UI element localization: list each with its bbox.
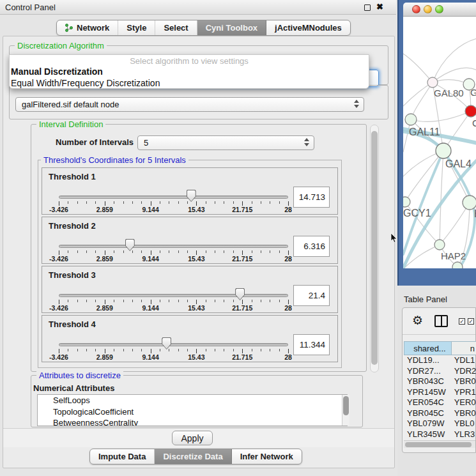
number-of-intervals-combo[interactable]: 5 (137, 135, 314, 150)
attributes-scrollbar[interactable] (342, 395, 349, 426)
popup-placeholder: Select algorithm to view settings (10, 55, 369, 66)
network-canvas[interactable]: GAL80GACGAL11GAL4GCY1HHAP2 (403, 17, 476, 268)
table-panel-title: Table Panel (404, 295, 447, 304)
apply-button[interactable]: Apply (172, 431, 213, 445)
control-panel-tabs: Network Style Select Cyni Toolbox jActiv… (56, 20, 351, 36)
float-window-icon[interactable] (364, 4, 371, 11)
thresholds-group: Threshold's Coordinates for 5 Intervals … (38, 160, 342, 368)
tab-cyni-toolbox[interactable]: Cyni Toolbox (197, 20, 266, 35)
threshold-value-field[interactable]: 11.344 (293, 334, 330, 355)
close-icon[interactable]: ✖ (376, 2, 383, 12)
table-row[interactable]: YDR27...YDR2 (404, 366, 476, 377)
threshold-panel: Threshold 4 -3.4262.8599.14415.4321.7152… (42, 315, 338, 362)
table-horizontal-scrollbar[interactable] (404, 440, 475, 448)
node-label: GAL11 (409, 127, 440, 137)
threshold-panel: Threshold 2 -3.4262.8599.14415.4321.7152… (42, 217, 338, 264)
interval-definition-group: Interval Definition Number of Intervals … (31, 124, 367, 372)
control-panel-titlebar: Control Panel ✖ (0, 0, 396, 15)
table-row[interactable]: YER054CYER0 (404, 397, 476, 408)
table-panel: Table Panel ⚙ ✓ ✓ shared... n YDL19...YD… (397, 288, 476, 476)
numerical-attributes-list[interactable]: SelfLoopsTopologicalCoefficientBetweenne… (37, 394, 348, 426)
cyni-mode-tabs: Impute Data Discretize Data Infer Networ… (89, 449, 302, 464)
network-edge (440, 151, 443, 245)
group-title: Attributes to discretize (36, 371, 123, 380)
number-of-intervals-label: Number of Intervals (56, 137, 134, 147)
node-table: ⚙ ✓ ✓ shared... n YDL19...YDL1YDR27...YD… (402, 307, 476, 453)
threshold-label: Threshold 4 (49, 319, 96, 329)
threshold-value-field[interactable]: 21.4 (293, 285, 330, 306)
scrollbar-thumb[interactable] (405, 442, 472, 447)
checkbox-icon[interactable]: ✓ (468, 318, 474, 325)
table-row[interactable]: YPR145WYPR1 (404, 387, 476, 398)
threshold-value-field[interactable]: 6.316 (293, 236, 330, 257)
tab-impute-data[interactable]: Impute Data (90, 449, 155, 464)
attribute-item[interactable]: TopologicalCoefficient (38, 406, 347, 418)
tab-jactivemnodules[interactable]: jActiveMNodules (266, 20, 350, 35)
table-body: YDL19...YDL1YDR27...YDR2YBR043CYBR0YPR14… (404, 355, 476, 437)
popup-item-manual-discretization[interactable]: Manual Discretization (10, 66, 369, 77)
numerical-attributes-label: Numerical Attributes (33, 383, 114, 393)
column-header-shared[interactable]: shared... (404, 341, 452, 355)
gear-icon[interactable]: ⚙ (412, 313, 423, 328)
thresholds-list: Threshold 1 -3.4262.8599.14415.4321.7152… (42, 167, 338, 364)
slider-thumb-icon[interactable] (162, 337, 171, 349)
network-edge (403, 82, 433, 106)
network-node[interactable] (405, 114, 417, 125)
table-row[interactable]: YDL19...YDL1 (404, 355, 476, 366)
tab-network[interactable]: Network (57, 20, 118, 35)
scrollbar-thumb[interactable] (371, 131, 378, 365)
network-node[interactable] (403, 197, 410, 207)
node-label: GAL4 (445, 158, 472, 169)
mac-minimize-icon[interactable] (424, 5, 432, 13)
threshold-label: Threshold 3 (49, 270, 96, 280)
network-node[interactable] (465, 105, 476, 117)
settings-vertical-scrollbar[interactable] (370, 125, 379, 372)
attribute-item[interactable]: BetweennessCentrality (38, 417, 347, 426)
slider-thumb-icon[interactable] (125, 239, 135, 251)
network-node[interactable] (452, 262, 463, 268)
network-view-window: GAL80GACGAL11GAL4GCY1HHAP2 (397, 0, 476, 286)
scrollbar-thumb[interactable] (343, 396, 349, 415)
network-node[interactable] (436, 143, 451, 158)
table-data-combo[interactable]: galFiltered.sif default node (15, 97, 364, 112)
tab-select[interactable]: Select (155, 20, 197, 35)
checkbox-icon[interactable]: ✓ (459, 318, 465, 325)
combo-arrows-icon (353, 100, 359, 108)
tab-style[interactable]: Style (118, 20, 155, 35)
popup-item-equal-width-frequency[interactable]: Equal Width/Frequency Discretization (10, 77, 369, 89)
slider-thumb-icon[interactable] (235, 288, 245, 300)
mac-zoom-icon[interactable] (435, 5, 443, 13)
network-node[interactable] (434, 240, 445, 250)
network-graph: GAL80GACGAL11GAL4GCY1HHAP2 (403, 17, 476, 268)
tab-discretize-data[interactable]: Discretize Data (155, 449, 231, 464)
table-row[interactable]: YBL079WYBL0 (404, 418, 476, 429)
threshold-panel: Threshold 1 -3.4262.8599.14415.4321.7152… (42, 167, 338, 215)
network-window-titlebar[interactable] (403, 3, 476, 17)
apply-strip: Apply (3, 428, 394, 447)
split-columns-icon[interactable] (434, 315, 448, 327)
network-node[interactable] (427, 77, 438, 88)
table-row[interactable]: YBR045CYBR0 (404, 408, 476, 419)
node-label: GCY1 (403, 208, 431, 219)
table-toolbar: ⚙ ✓ ✓ (403, 308, 475, 335)
network-icon (65, 24, 73, 33)
threshold-slider[interactable] (59, 245, 288, 248)
threshold-value-field[interactable]: 14.713 (293, 187, 330, 208)
cyni-toolbox-panel: Discretization Algorithm Table Data galF… (3, 36, 395, 468)
threshold-slider[interactable] (59, 294, 288, 297)
attribute-item[interactable]: SelfLoops (38, 395, 347, 406)
tab-infer-network[interactable]: Infer Network (232, 449, 302, 464)
table-row[interactable]: YLR345WYLR3 (404, 429, 476, 438)
table-header: shared... n (404, 341, 476, 355)
threshold-slider[interactable] (59, 196, 288, 199)
network-edge (440, 203, 470, 245)
threshold-slider[interactable] (59, 343, 288, 346)
group-title: Discretization Algorithm (15, 41, 107, 50)
node-label: HAP2 (441, 250, 466, 261)
slider-thumb-icon[interactable] (187, 190, 196, 202)
network-edge (433, 38, 476, 82)
table-row[interactable]: YBR043CYBR0 (404, 376, 476, 387)
column-header-name[interactable]: n (452, 341, 476, 355)
network-node[interactable] (463, 196, 476, 210)
mac-close-icon[interactable] (412, 5, 420, 13)
